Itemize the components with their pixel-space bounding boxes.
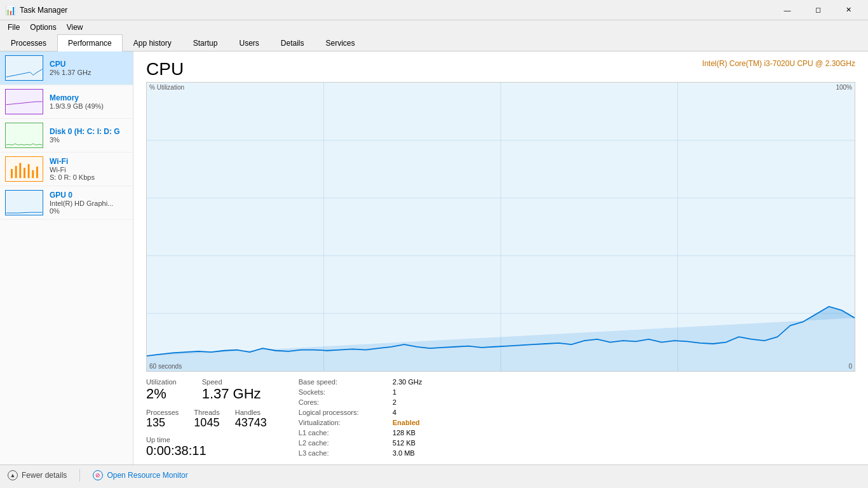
cores-val: 2 — [393, 398, 397, 406]
detail-panel: CPU Intel(R) Core(TM) i3-7020U CPU @ 2.3… — [133, 51, 868, 464]
uptime-label: Up time — [146, 436, 267, 444]
virt-val: Enabled — [393, 419, 420, 426]
cpu-chart-container: % Utilization 100% 0 60 seconds — [146, 82, 855, 372]
fewer-details-icon: ▲ — [8, 470, 18, 480]
tab-services[interactable]: Services — [315, 34, 366, 51]
bottom-bar: ▲ Fewer details ⊘ Open Resource Monitor — [0, 464, 868, 485]
memory-sidebar-detail: 1.9/3.9 GB (49%) — [50, 102, 128, 110]
utilization-value: 2% — [146, 386, 177, 402]
l1-key: L1 cache: — [299, 429, 388, 437]
disk-sidebar-info: Disk 0 (H: C: I: D: G 3% — [50, 127, 128, 144]
svg-rect-0 — [6, 56, 43, 80]
processes-value: 135 — [146, 416, 179, 430]
stats-area: Utilization 2% Speed 1.37 GHz Processes … — [133, 372, 868, 464]
gpu-sidebar-detail2: 0% — [50, 207, 128, 215]
speed-stat: Speed 1.37 GHz — [202, 378, 261, 402]
threads-label: Threads — [194, 409, 219, 416]
tab-startup[interactable]: Startup — [182, 34, 229, 51]
cpu-sidebar-detail: 2% 1.37 GHz — [50, 69, 128, 76]
bottom-separator — [79, 469, 80, 482]
svg-rect-6 — [19, 163, 21, 179]
sockets-val: 1 — [393, 388, 397, 396]
svg-rect-2 — [6, 123, 43, 147]
chart-x-label: 60 seconds — [149, 363, 182, 370]
wifi-sidebar-detail2: S: 0 R: 0 Kbps — [50, 173, 128, 181]
svg-rect-9 — [32, 170, 34, 178]
utilization-label: Utilization — [146, 378, 177, 386]
virt-key: Virtualization: — [299, 419, 388, 426]
threads-stat: Threads 1045 — [194, 409, 219, 430]
wifi-sidebar-name: Wi-Fi — [50, 157, 128, 166]
gpu-sidebar-info: GPU 0 Intel(R) HD Graphi... 0% — [50, 191, 128, 215]
sidebar-item-cpu[interactable]: CPU 2% 1.37 GHz — [0, 51, 133, 85]
svg-rect-10 — [36, 166, 38, 178]
cpu-sidebar-name: CPU — [50, 60, 128, 69]
l1-row: L1 cache: 128 KB — [299, 429, 422, 437]
title-bar: 📊 Task Manager ― ◻ ✕ — [0, 0, 868, 20]
open-resource-monitor-label: Open Resource Monitor — [107, 471, 187, 480]
sidebar-item-wifi[interactable]: Wi-Fi Wi-Fi S: 0 R: 0 Kbps — [0, 152, 133, 186]
l1-val: 128 KB — [393, 429, 416, 437]
memory-sidebar-name: Memory — [50, 93, 128, 102]
tab-processes[interactable]: Processes — [0, 34, 57, 51]
chart-y-label: % Utilization — [149, 84, 184, 91]
specs-panel: Base speed: 2.30 GHz Sockets: 1 Cores: 2… — [299, 378, 422, 458]
sockets-key: Sockets: — [299, 388, 388, 396]
open-resource-monitor-button[interactable]: ⊘ Open Resource Monitor — [93, 470, 187, 480]
svg-rect-11 — [6, 191, 43, 215]
sidebar-item-memory[interactable]: Memory 1.9/3.9 GB (49%) — [0, 85, 133, 119]
minimize-button[interactable]: ― — [773, 0, 802, 20]
processes-label: Processes — [146, 409, 179, 416]
tab-users[interactable]: Users — [228, 34, 269, 51]
gpu-thumbnail — [5, 190, 43, 215]
cpu-thumbnail — [5, 55, 43, 81]
sidebar-item-gpu[interactable]: GPU 0 Intel(R) HD Graphi... 0% — [0, 186, 133, 220]
app-title: Task Manager — [20, 6, 67, 15]
app-icon: 📊 — [5, 5, 16, 15]
menu-file[interactable]: File — [3, 22, 25, 33]
sidebar-item-disk[interactable]: Disk 0 (H: C: I: D: G 3% — [0, 119, 133, 152]
detail-header: CPU Intel(R) Core(TM) i3-7020U CPU @ 2.3… — [133, 51, 868, 82]
svg-rect-4 — [11, 169, 13, 178]
wifi-sidebar-detail1: Wi-Fi — [50, 166, 128, 173]
cpu-model: Intel(R) Core(TM) i3-7020U CPU @ 2.30GHz — [702, 59, 855, 68]
maximize-button[interactable]: ◻ — [803, 0, 832, 20]
fewer-details-label: Fewer details — [22, 471, 67, 480]
fewer-details-button[interactable]: ▲ Fewer details — [8, 470, 67, 480]
uptime-value: 0:00:38:11 — [146, 444, 267, 458]
logical-val: 4 — [393, 409, 397, 416]
base-speed-key: Base speed: — [299, 378, 388, 386]
processes-stat: Processes 135 — [146, 409, 179, 430]
handles-value: 43743 — [235, 416, 267, 430]
wifi-thumbnail — [5, 156, 43, 182]
tab-performance[interactable]: Performance — [57, 34, 123, 51]
tab-bar: Processes Performance App history Startu… — [0, 34, 868, 51]
disk-sidebar-name: Disk 0 (H: C: I: D: G — [50, 127, 128, 136]
l3-val: 3.0 MB — [393, 449, 415, 457]
svg-rect-7 — [24, 168, 25, 178]
cores-row: Cores: 2 — [299, 398, 422, 406]
gpu-sidebar-detail: Intel(R) HD Graphi... — [50, 200, 128, 207]
l2-key: L2 cache: — [299, 439, 388, 447]
detail-title: CPU — [146, 59, 184, 79]
stats-left: Utilization 2% Speed 1.37 GHz Processes … — [146, 378, 267, 458]
menu-view[interactable]: View — [62, 22, 88, 33]
threads-value: 1045 — [194, 416, 219, 430]
l2-row: L2 cache: 512 KB — [299, 439, 422, 447]
svg-rect-8 — [28, 164, 30, 178]
gpu-sidebar-name: GPU 0 — [50, 191, 128, 200]
l3-key: L3 cache: — [299, 449, 388, 457]
l2-val: 512 KB — [393, 439, 416, 447]
menu-bar: File Options View — [0, 20, 868, 34]
chart-y-max: 100% — [836, 84, 852, 91]
close-button[interactable]: ✕ — [834, 0, 863, 20]
tab-details[interactable]: Details — [270, 34, 315, 51]
cpu-sidebar-info: CPU 2% 1.37 GHz — [50, 60, 128, 76]
sidebar: CPU 2% 1.37 GHz Memory 1.9/3.9 GB (49%) — [0, 51, 133, 464]
tab-apphistory[interactable]: App history — [123, 34, 182, 51]
wifi-sidebar-info: Wi-Fi Wi-Fi S: 0 R: 0 Kbps — [50, 157, 128, 181]
disk-sidebar-detail: 3% — [50, 136, 128, 144]
uptime-stat: Up time 0:00:38:11 — [146, 436, 267, 458]
memory-thumbnail — [5, 89, 43, 114]
menu-options[interactable]: Options — [25, 22, 61, 33]
